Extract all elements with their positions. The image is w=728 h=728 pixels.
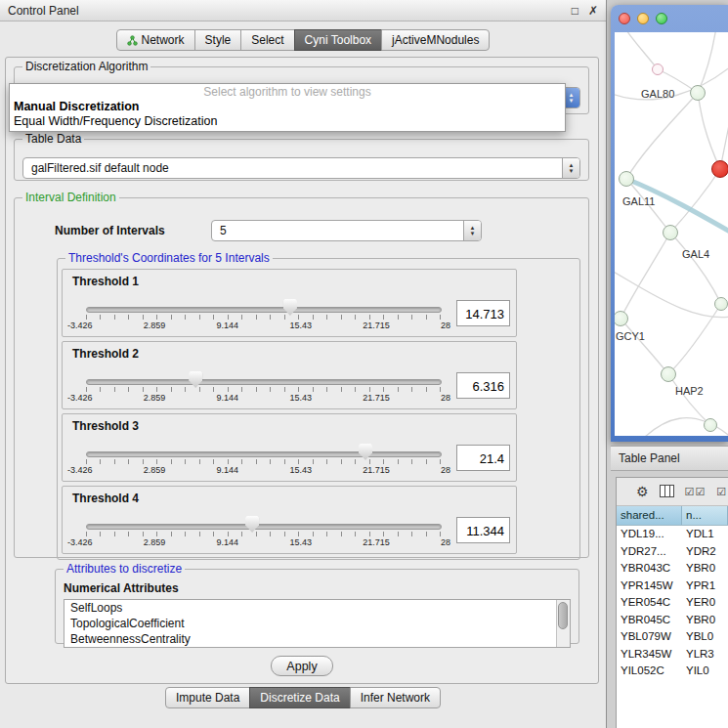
column-layout-icon[interactable] [660,485,674,499]
table-panel-titlebar: Table Panel [611,446,728,471]
zoom-traffic-icon[interactable] [656,13,667,24]
network-node-selected[interactable] [711,160,728,178]
scrollbar-thumb[interactable] [558,602,568,629]
network-node[interactable] [661,366,676,382]
table-row[interactable]: YDL19...YDL1 [617,526,728,543]
column-header-name[interactable]: n... [682,506,728,525]
network-node[interactable] [652,64,664,75]
threshold-value-field[interactable]: 11.344 [456,517,510,543]
table-cell: YDR27... [617,543,682,561]
tick-label: 2.859 [144,321,166,330]
close-window-icon[interactable]: ✗ [588,4,598,18]
discretization-algorithm-group-title: Discretization Algorithm [22,60,150,73]
threshold-value-field[interactable]: 6.316 [456,372,510,399]
table-settings-gear-icon[interactable]: ⚙ [636,485,649,498]
slider-track[interactable] [86,379,442,385]
float-window-icon[interactable]: □ [572,4,578,18]
table-toolbar: ⚙ ☑☑ ☑ [617,478,728,506]
tab-select[interactable]: Select [240,29,294,51]
top-tab-bar: NetworkStyleSelectCyni ToolboxjActiveMNo… [0,25,606,55]
slider-track[interactable] [86,451,442,457]
list-item-betweennesscentrality[interactable]: BetweennessCentrality [64,631,570,647]
table-row[interactable]: YER054CYER0 [617,594,728,612]
dropdown-option-manual-discretization[interactable]: Manual Discretization [10,100,565,114]
column-header-shared-name[interactable]: shared... [617,506,682,525]
tab-label: Discretize Data [260,691,339,705]
tick-label: 28 [441,537,450,547]
slider-thumb[interactable] [359,444,372,460]
table-data-combobox[interactable]: galFiltered.sif default node ▲▼ [22,157,580,179]
tab-label: jActiveMNodules [392,33,479,47]
table-cell: YLR3 [682,646,728,664]
thresholds-container: Threshold 1-3.4262.8599.14415.4321.71528… [58,269,579,554]
threshold-panel-4: Threshold 4-3.4262.8599.14415.4321.71528… [62,486,517,554]
tick-label: 9.144 [217,537,239,547]
tab-jactivemnodules[interactable]: jActiveMNodules [381,29,490,51]
slider-thumb[interactable] [245,516,259,533]
list-item-topologicalcoefficient[interactable]: TopologicalCoefficient [64,616,570,631]
table-row[interactable]: YBR043CYBR0 [617,560,728,578]
control-panel-title: Control Panel [8,4,79,18]
tab-discretize-data[interactable]: Discretize Data [249,687,350,708]
table-cell: YBR0 [682,612,728,629]
network-node[interactable] [690,85,706,101]
network-node[interactable] [704,418,717,432]
minimize-traffic-icon[interactable] [637,13,649,24]
interval-definition-group: Interval Definition Number of Intervals … [14,191,589,558]
table-cell: YDR2 [682,543,728,561]
numerical-attributes-list[interactable]: SelfLoopsTopologicalCoefficientBetweenne… [64,599,571,648]
close-traffic-icon[interactable] [619,13,630,24]
list-item-selfloops[interactable]: SelfLoops [64,600,570,616]
tab-infer-network[interactable]: Infer Network [350,687,441,708]
control-panel-titlebar: Control Panel □ ✗ [0,0,606,21]
table-body: YDL19...YDL1YDR27...YDR2YBR043CYBR0YPR14… [617,526,728,728]
table-row[interactable]: YDR27...YDR2 [617,543,728,561]
select-all-icon[interactable]: ☑ [716,485,727,498]
tab-cyni-toolbox[interactable]: Cyni Toolbox [294,29,382,51]
numerical-attributes-label: Numerical Attributes [64,581,179,595]
threshold-panel-2: Threshold 2-3.4262.8599.14415.4321.71528… [62,341,517,409]
table-row[interactable]: YBR045CYBR0 [617,612,728,629]
cyni-toolbox-panel: Discretization Algorithm ▲▼ Select algor… [5,57,599,684]
network-node-label-gal4: GAL4 [682,248,709,260]
table-cell: YBR045C [617,612,682,629]
tab-impute-data[interactable]: Impute Data [165,687,250,708]
table-header-row: shared... n... [617,506,728,526]
table-row[interactable]: YLR345WYLR3 [617,646,728,664]
dropdown-option-equal-width-frequency-discretization[interactable]: Equal Width/Frequency Discretization [10,114,565,129]
table-cell: YBR043C [617,560,682,578]
table-row[interactable]: YPR145WYPR1 [617,578,728,595]
combo-stepper-icon[interactable]: ▲▼ [562,158,579,178]
table-row[interactable]: YBL079WYBL0 [617,628,728,646]
attributes-list-scrollbar[interactable] [556,600,570,647]
tick-label: 28 [441,465,450,475]
network-node-label-gal80: GAL80 [641,88,674,100]
slider-track[interactable] [86,307,442,313]
node-table-window: ⚙ ☑☑ ☑ shared... n... YDL19...YDL1YDR27.… [616,477,728,728]
tab-label: Select [251,33,283,47]
threshold-value-field[interactable]: 14.713 [456,300,510,326]
thresholds-group-title: Threshold's Coordinates for 5 Intervals [65,251,273,265]
table-cell: YPR145W [617,578,682,595]
table-row[interactable]: YIL052CYIL0 [617,663,728,680]
tab-network[interactable]: Network [116,29,195,51]
slider-thumb[interactable] [189,371,202,388]
tick-label: 9.144 [217,321,239,330]
table-cell: YIL052C [617,663,682,680]
network-canvas[interactable]: GAL80GAL11GAL4GCY1HAP2 [615,32,728,436]
combo-stepper-icon[interactable]: ▲▼ [463,221,481,240]
tab-style[interactable]: Style [194,29,242,51]
network-node[interactable] [714,297,728,311]
slider-thumb[interactable] [283,299,297,316]
slider-track[interactable] [86,524,442,530]
network-node-label-gcy1: GCY1 [616,330,645,342]
table-cell: YDL1 [682,526,728,543]
threshold-value-field[interactable]: 21.4 [456,445,510,471]
apply-button[interactable]: Apply [271,656,333,676]
select-columns-icon[interactable]: ☑☑ [685,485,707,498]
network-node[interactable] [663,225,678,240]
number-of-intervals-combobox[interactable]: 5 ▲▼ [211,220,482,241]
table-cell: YER054C [617,594,682,612]
number-of-intervals-label: Number of Intervals [55,224,165,237]
network-node[interactable] [619,171,634,187]
